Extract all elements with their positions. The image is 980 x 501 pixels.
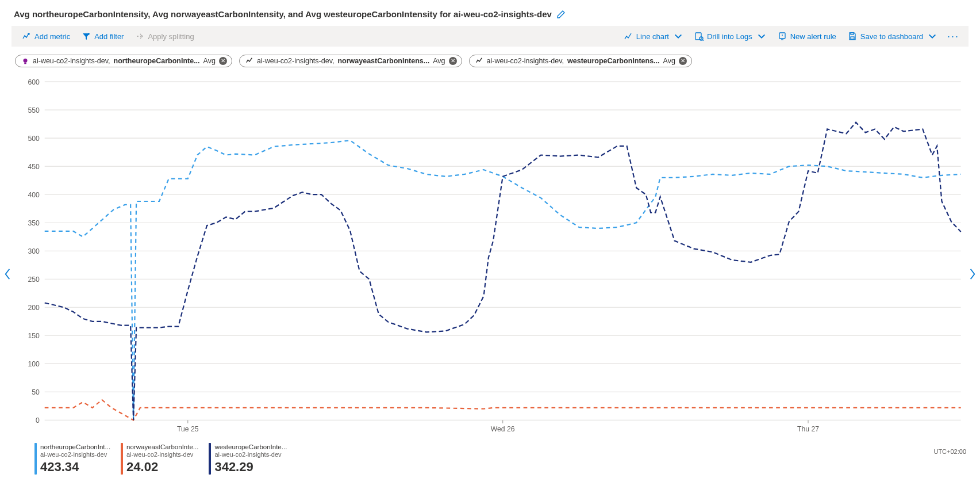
save-icon bbox=[848, 32, 857, 41]
svg-rect-6 bbox=[24, 63, 26, 64]
add-metric-icon bbox=[22, 32, 31, 41]
legend-color-bar bbox=[209, 443, 211, 475]
legend-item[interactable]: norwayeastCarbonInte...ai-weu-co2-insigh… bbox=[121, 443, 198, 475]
svg-point-5 bbox=[24, 59, 28, 63]
svg-text:Wed 26: Wed 26 bbox=[491, 425, 515, 433]
drill-logs-button[interactable]: Drill into Logs bbox=[690, 29, 771, 43]
pill-resource: ai-weu-co2-insights-dev, bbox=[257, 57, 335, 65]
legend-color-bar bbox=[121, 443, 123, 475]
nav-next-button[interactable] bbox=[966, 266, 979, 285]
svg-text:150: 150 bbox=[28, 332, 40, 340]
svg-text:Tue 25: Tue 25 bbox=[177, 425, 199, 433]
pill-resource: ai-weu-co2-insights-dev, bbox=[487, 57, 564, 65]
lightbulb-icon bbox=[21, 57, 29, 65]
svg-text:450: 450 bbox=[28, 163, 40, 171]
pill-remove-icon[interactable]: ✕ bbox=[219, 57, 227, 65]
metric-pill[interactable]: ai-weu-co2-insights-dev, norwayeastCarbo… bbox=[239, 55, 462, 67]
page-title: Avg northeuropeCarbonIntensity, Avg norw… bbox=[14, 9, 552, 19]
pill-metric: westeuropeCarbonIntens... bbox=[567, 57, 659, 65]
legend-sub: ai-weu-co2-insights-dev bbox=[214, 451, 287, 459]
svg-rect-3 bbox=[851, 37, 854, 39]
chart-area: 050100150200250300350400450500550600Tue … bbox=[11, 75, 969, 475]
new-alert-button[interactable]: New alert rule bbox=[773, 29, 841, 43]
apply-splitting-button: Apply splitting bbox=[130, 29, 198, 43]
line-series-icon bbox=[245, 57, 253, 65]
svg-text:500: 500 bbox=[28, 135, 40, 143]
line-series-icon bbox=[475, 57, 483, 65]
add-filter-button[interactable]: Add filter bbox=[77, 29, 128, 43]
legend-metric-name: westeuropeCarbonInte... bbox=[214, 443, 287, 451]
metric-pill[interactable]: ai-weu-co2-insights-dev, northeuropeCarb… bbox=[15, 55, 232, 67]
svg-text:0: 0 bbox=[36, 416, 40, 424]
svg-rect-0 bbox=[695, 33, 701, 40]
legend-item[interactable]: westeuropeCarbonInte...ai-weu-co2-insigh… bbox=[209, 443, 287, 475]
line-chart[interactable]: 050100150200250300350400450500550600Tue … bbox=[11, 75, 969, 439]
legend-value: 342.29 bbox=[214, 459, 287, 475]
line-chart-button[interactable]: Line chart bbox=[619, 29, 687, 43]
pill-resource: ai-weu-co2-insights-dev, bbox=[33, 57, 110, 65]
legend-value: 24.02 bbox=[126, 459, 198, 475]
svg-text:300: 300 bbox=[28, 247, 40, 255]
legend-color-bar bbox=[34, 443, 37, 475]
legend-row: northeuropeCarbonInt...ai-weu-co2-insigh… bbox=[11, 439, 969, 475]
svg-text:Thu 27: Thu 27 bbox=[797, 425, 819, 433]
svg-text:100: 100 bbox=[28, 360, 40, 368]
svg-rect-4 bbox=[851, 33, 854, 35]
nav-prev-button[interactable] bbox=[1, 266, 14, 285]
toolbar: Add metric Add filter Apply splitting Li… bbox=[11, 26, 969, 47]
pill-remove-icon[interactable]: ✕ bbox=[449, 57, 457, 65]
pill-metric: norwayeastCarbonIntens... bbox=[337, 57, 429, 65]
chevron-down-icon bbox=[674, 32, 683, 41]
pill-agg: Avg bbox=[203, 57, 216, 65]
chevron-down-icon bbox=[757, 32, 766, 41]
save-dashboard-button[interactable]: Save to dashboard bbox=[843, 29, 941, 43]
add-metric-button[interactable]: Add metric bbox=[17, 29, 75, 43]
metric-pills-row: ai-weu-co2-insights-dev, northeuropeCarb… bbox=[11, 47, 969, 72]
legend-value: 423.34 bbox=[40, 459, 110, 475]
svg-text:250: 250 bbox=[28, 276, 40, 284]
chevron-down-icon bbox=[928, 32, 937, 41]
legend-metric-name: norwayeastCarbonInte... bbox=[126, 443, 198, 451]
svg-text:50: 50 bbox=[32, 388, 40, 396]
svg-text:550: 550 bbox=[28, 106, 40, 114]
svg-text:400: 400 bbox=[28, 191, 40, 199]
legend-sub: ai-weu-co2-insights-dev bbox=[126, 451, 198, 459]
split-icon bbox=[135, 32, 144, 41]
pill-remove-icon[interactable]: ✕ bbox=[679, 57, 687, 65]
pill-agg: Avg bbox=[433, 57, 445, 65]
filter-icon bbox=[82, 32, 91, 41]
metric-pill[interactable]: ai-weu-co2-insights-dev, westeuropeCarbo… bbox=[469, 55, 692, 67]
legend-item[interactable]: northeuropeCarbonInt...ai-weu-co2-insigh… bbox=[34, 443, 110, 475]
pill-metric: northeuropeCarbonInte... bbox=[114, 57, 200, 65]
svg-text:200: 200 bbox=[28, 304, 40, 312]
line-chart-icon bbox=[624, 32, 633, 41]
legend-sub: ai-weu-co2-insights-dev bbox=[40, 451, 110, 459]
legend-metric-name: northeuropeCarbonInt... bbox=[40, 443, 110, 451]
more-button[interactable]: ··· bbox=[944, 30, 963, 43]
edit-title-icon[interactable] bbox=[556, 10, 566, 19]
svg-text:350: 350 bbox=[28, 219, 40, 227]
timezone-label: UTC+02:00 bbox=[933, 448, 966, 455]
svg-text:600: 600 bbox=[28, 78, 40, 86]
alert-icon bbox=[778, 32, 787, 41]
pill-agg: Avg bbox=[663, 57, 675, 65]
logs-icon bbox=[694, 32, 704, 41]
